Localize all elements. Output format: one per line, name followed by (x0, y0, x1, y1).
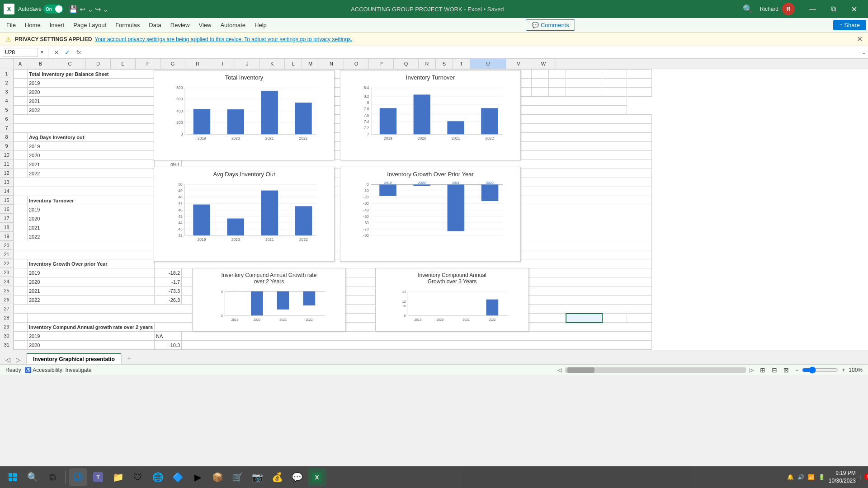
row-28[interactable]: 28 (0, 313, 13, 322)
cell-w3[interactable] (627, 88, 652, 97)
row-25[interactable]: 25 (0, 286, 13, 295)
cell-v1[interactable] (602, 70, 627, 79)
row-30[interactable]: 30 (0, 331, 13, 340)
normal-view-button[interactable]: ⊞ (757, 366, 768, 375)
start-button[interactable] (4, 468, 22, 486)
task-view-button[interactable]: ⧉ (43, 468, 61, 486)
cell-b31[interactable]: 2020 (28, 341, 155, 350)
cell-w28[interactable] (627, 314, 652, 323)
page-break-view-button[interactable]: ⊠ (781, 366, 792, 375)
cell-a26[interactable] (14, 296, 28, 305)
cell-a17[interactable] (14, 214, 28, 223)
menu-formulas[interactable]: Formulas (111, 20, 144, 30)
camera-button[interactable]: 📷 (248, 468, 266, 486)
notification-icon[interactable]: 🔔 (787, 474, 794, 480)
cell-a22[interactable] (14, 259, 28, 268)
accessibility-status[interactable]: ♿ Accessibility: Investigate (25, 367, 92, 373)
cell-a25[interactable] (14, 286, 28, 296)
row-29[interactable]: 29 (0, 322, 13, 331)
zoom-out-button[interactable]: − (795, 367, 798, 373)
cell-b1[interactable]: Total Inventory per Balance Sheet (28, 70, 155, 79)
row-19[interactable]: 19 (0, 232, 13, 241)
cell-u28[interactable] (566, 314, 602, 323)
col-d[interactable]: D (86, 59, 111, 69)
menu-home[interactable]: Home (20, 20, 45, 30)
whatsapp-button[interactable]: 💬 (288, 468, 306, 486)
user-avatar[interactable]: R (782, 3, 795, 15)
network-icon[interactable]: 📶 (808, 474, 815, 480)
cell-a1[interactable] (14, 70, 28, 79)
edge-browser-button[interactable] (69, 468, 87, 486)
row-26[interactable]: 26 (0, 295, 13, 304)
cell-a15[interactable] (14, 196, 28, 205)
privacy-link[interactable]: Your account privacy settings are being … (94, 36, 352, 42)
cell-b24[interactable]: 2020 (28, 277, 155, 286)
horizontal-scrollbar[interactable] (565, 367, 746, 373)
battery-icon[interactable]: 🔋 (818, 474, 825, 480)
col-u[interactable]: U (470, 59, 506, 69)
row-7[interactable]: 7 (0, 123, 13, 132)
cell-c31[interactable]: -10.3 (155, 341, 182, 350)
chart-cagr-3yr[interactable]: Inventory Compound AnnualGrowth over 3 Y… (375, 268, 529, 331)
cell-v3[interactable] (602, 88, 627, 97)
cell-b25[interactable]: 2021 (28, 286, 155, 296)
cell-a24[interactable] (14, 277, 28, 286)
search-taskbar-button[interactable]: 🔍 (24, 468, 42, 486)
col-j[interactable]: J (235, 59, 260, 69)
menu-file[interactable]: File (2, 20, 20, 30)
cell-ref-dropdown[interactable]: ▼ (40, 50, 44, 55)
row-18[interactable]: 18 (0, 223, 13, 232)
minimize-button[interactable]: — (802, 0, 823, 18)
row-5[interactable]: 5 (0, 105, 13, 114)
col-o[interactable]: O (344, 59, 369, 69)
col-i[interactable]: I (210, 59, 235, 69)
cell-a3[interactable] (14, 88, 28, 97)
cell-s2[interactable] (532, 79, 549, 88)
formula-input[interactable] (85, 48, 860, 56)
sheet-nav-right[interactable]: ▷ (14, 355, 23, 364)
chart-cagr-2yr[interactable]: Inventory Compund Annual Growth rateover… (192, 268, 346, 331)
col-s[interactable]: S (436, 59, 453, 69)
cell-b26[interactable]: 2022 (28, 296, 155, 305)
zoom-slider[interactable] (802, 366, 838, 374)
chart-total-inventory[interactable]: Total Inventory 0 200 400 (154, 70, 335, 160)
col-q[interactable]: Q (394, 59, 419, 69)
fx-button[interactable]: fx (74, 49, 84, 56)
cell-a9[interactable] (14, 142, 28, 151)
chart-avg-days[interactable]: Avg Days Inventory Out 42 (154, 167, 335, 262)
row-11[interactable]: 11 (0, 160, 13, 169)
col-w[interactable]: W (531, 59, 556, 69)
cell-b30[interactable]: 2019 (28, 332, 155, 341)
cell-b2[interactable]: 2019 (28, 79, 155, 88)
zoom-in-button[interactable]: + (842, 367, 845, 373)
undo-dropdown[interactable]: ⌄ (87, 5, 93, 14)
cell-t2[interactable] (549, 79, 566, 88)
coinbase-button[interactable]: 💰 (268, 468, 286, 486)
row-10[interactable]: 10 (0, 150, 13, 160)
excel-taskbar-button[interactable]: X (308, 468, 326, 486)
active-sheet-tab[interactable]: Inventory Graphical presentatio (26, 353, 122, 364)
cell-a5[interactable] (14, 106, 28, 115)
col-v[interactable]: V (506, 59, 531, 69)
cell-b29[interactable]: Inventory Compund Annual growth rate ove… (28, 323, 155, 332)
chart-inventory-growth[interactable]: Inventory Growth Over Prior Year (340, 167, 521, 262)
col-e[interactable]: E (111, 59, 136, 69)
cell-b17[interactable]: 2020 (28, 214, 155, 223)
cell-b18[interactable]: 2021 (28, 223, 155, 232)
cell-b19[interactable]: 2022 (28, 232, 155, 241)
cell-b3[interactable]: 2020 (28, 88, 155, 97)
cell-c25[interactable]: -73.3 (155, 286, 182, 296)
cell-a19[interactable] (14, 232, 28, 241)
sheet-nav-left[interactable]: ◁ (4, 355, 12, 364)
page-layout-view-button[interactable]: ⊟ (769, 366, 780, 375)
cell-a4[interactable] (14, 97, 28, 106)
cell-u2[interactable] (566, 79, 602, 88)
row-6[interactable]: 6 (0, 114, 13, 123)
cell-a12[interactable] (14, 169, 28, 178)
cell-v2[interactable] (602, 79, 627, 88)
cell-a2[interactable] (14, 79, 28, 88)
redo-icon[interactable]: ↪ (95, 5, 101, 14)
col-t[interactable]: T (453, 59, 470, 69)
formula-expand-button[interactable]: ⌄ (862, 49, 866, 56)
col-m[interactable]: M (302, 59, 319, 69)
